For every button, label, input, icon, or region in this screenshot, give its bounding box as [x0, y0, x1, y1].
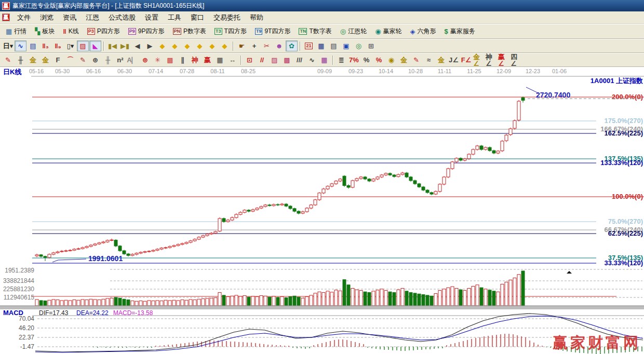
grid-area-icon[interactable]: ▨ [269, 55, 280, 65]
menu-item-设置[interactable]: 设置 [140, 11, 163, 24]
winner-wheel-button[interactable]: ◉赢家轮 [371, 25, 405, 37]
pattern-box-icon[interactable]: ▨ [77, 40, 89, 51]
calendar-icon[interactable]: 21 [303, 40, 315, 51]
wave9-icon[interactable]: ‖₉ [52, 40, 64, 51]
steps-icon[interactable]: ≣ [336, 55, 347, 65]
go-first-icon[interactable]: ▮◀ [106, 40, 118, 51]
kline-button[interactable]: ‖K线 [59, 25, 82, 37]
wave3-icon[interactable]: ‖₃ [39, 40, 51, 51]
gold-underline-icon[interactable]: 金 [398, 55, 410, 65]
p-square-button[interactable]: P3P四方形 [84, 25, 124, 37]
menu-item-江恩[interactable]: 江恩 [81, 11, 104, 24]
gold-line-icon[interactable]: 金 [435, 55, 447, 65]
hand-icon[interactable]: ☛ [236, 40, 248, 51]
grid-area2-icon[interactable]: ▩ [281, 55, 293, 65]
compass-icon[interactable]: ⊕ [139, 55, 151, 65]
fib-lines-icon[interactable]: F [52, 55, 64, 65]
diamond-zoomin-icon[interactable]: ◆ [206, 40, 218, 51]
calculator-icon[interactable]: ▦ [315, 40, 327, 51]
j-angle-icon[interactable]: J∠ [448, 55, 460, 65]
zigzag-chart-icon[interactable]: ∿ [15, 40, 26, 51]
diamond-expand-icon[interactable]: ◆ [181, 40, 193, 51]
t-square-button[interactable]: T3T四方形 [211, 25, 250, 37]
f-angle-icon[interactable]: F∠ [460, 55, 472, 65]
globe-icon[interactable]: ◎ [353, 40, 365, 51]
hexagon-button[interactable]: ◈六角形 [406, 25, 439, 37]
diamond-zoomout-icon[interactable]: ◆ [219, 40, 231, 51]
scissors-icon[interactable]: ✂ [261, 40, 273, 51]
quotes-button[interactable]: ▦行情 [2, 25, 30, 37]
menu-item-浏览[interactable]: 浏览 [35, 11, 58, 24]
drawing-toolbar: ✎╫金金F⌒✎⊕╫n²A⎸⊕✳▩∥神赢▦↔⊡//▨▩///∿▦≣7%%%◉金✎≈… [0, 53, 644, 67]
9t-square-button[interactable]: T99T四方形 [251, 25, 294, 37]
candle-body [488, 147, 491, 151]
diamond-left-icon[interactable]: ◆ [156, 40, 168, 51]
winner-service-button[interactable]: $赢家服务 [440, 25, 478, 37]
percent-icon[interactable]: % [360, 55, 372, 65]
ying-grid-icon[interactable]: 赢 [202, 55, 213, 65]
brain-tool-icon[interactable]: ✿ [286, 40, 298, 51]
candle-style-dropdown-icon[interactable]: ▯▾ [64, 40, 76, 51]
menu-item-窗口[interactable]: 窗口 [186, 11, 209, 24]
kline-chart-canvas[interactable]: 05-1605-3006-1606-3007-1407-2808-1108-25… [0, 67, 644, 354]
period-dropdown-icon[interactable]: 日▾ [2, 40, 14, 51]
9p-square-button[interactable]: P99P四方形 [125, 25, 168, 37]
web-grid-icon[interactable]: ▩ [164, 55, 176, 65]
percent-strike-icon[interactable]: 7% [348, 55, 360, 65]
grid-lines-icon[interactable]: ╫ [102, 55, 114, 65]
shen-angle-icon[interactable]: 神∠ [485, 55, 497, 65]
spiderweb-icon[interactable]: ✳ [152, 55, 164, 65]
n2-icon[interactable]: n² [114, 55, 126, 65]
diamond-right-icon[interactable]: ◆ [169, 40, 181, 51]
si-angle-icon[interactable]: 四∠ [510, 55, 522, 65]
fan-rays-icon[interactable]: // [256, 55, 268, 65]
gann-lines-icon[interactable]: ╫ [15, 55, 26, 65]
t-table-button[interactable]: TNT数字表 [295, 25, 335, 37]
note-panel-icon[interactable]: ▤ [27, 40, 39, 51]
shen-grid-icon[interactable]: 神 [189, 55, 201, 65]
gold-ratio-icon[interactable]: 金 [27, 55, 39, 65]
diamond-shrink-icon[interactable]: ◆ [194, 40, 206, 51]
menu-item-公式选股[interactable]: 公式选股 [104, 11, 140, 24]
next-bar-icon[interactable]: ▶ [144, 40, 156, 51]
draw-brush-icon[interactable]: ✎ [2, 55, 14, 65]
gap-marker-icon[interactable]: ∥ [177, 55, 189, 65]
gold-angle-icon[interactable]: 金∠ [473, 55, 485, 65]
menu-item-资讯[interactable]: 资讯 [58, 11, 81, 24]
prev-bar-icon[interactable]: ◀ [131, 40, 143, 51]
ying-angle-icon[interactable]: 赢∠ [498, 55, 509, 65]
gold-ratio2-icon[interactable]: 金 [39, 55, 51, 65]
volume-bar [459, 290, 462, 306]
rect-select-icon[interactable]: ⊡ [244, 55, 256, 65]
trend-lines-icon[interactable]: /// [293, 55, 305, 65]
candle-body [106, 240, 109, 242]
arc-tool-icon[interactable]: ⌒ [64, 55, 76, 65]
menu-item-工具[interactable]: 工具 [163, 11, 186, 24]
volume-bar [318, 292, 321, 306]
notepad-icon[interactable]: ▤ [328, 40, 340, 51]
save-icon[interactable]: ▣ [340, 40, 352, 51]
menu-item-交易委托[interactable]: 交易委托 [209, 11, 245, 24]
mirror-icon[interactable]: A⎸ [127, 55, 139, 65]
wave-tool-icon[interactable]: ∿ [306, 55, 318, 65]
ink-brush-icon[interactable]: ✎ [410, 55, 422, 65]
crosshair-icon[interactable]: + [248, 40, 260, 51]
color-chart-icon[interactable]: ◣ [89, 40, 101, 51]
printer-icon[interactable]: ⊞ [365, 40, 377, 51]
p-table-button[interactable]: PNP数字表 [169, 25, 210, 37]
sectors-button[interactable]: ▚板块 [31, 25, 58, 37]
pencil-tool-icon[interactable]: ✎ [77, 55, 89, 65]
width-arrow-icon[interactable]: ↔ [226, 55, 238, 65]
percent-red-icon[interactable]: % [373, 55, 385, 65]
gold-circle-icon[interactable]: ◉ [385, 55, 397, 65]
gann-wheel-button[interactable]: ◎江恩轮 [337, 25, 370, 37]
face-tool-icon[interactable]: ☻ [273, 40, 285, 51]
gold-ratio-icon: 金 [30, 57, 36, 63]
go-last-icon[interactable]: ▶▮ [119, 40, 131, 51]
purple-grid-icon[interactable]: ▦ [318, 55, 330, 65]
menu-item-帮助[interactable]: 帮助 [245, 11, 268, 24]
cycle-circle-icon[interactable]: ⊕ [89, 55, 101, 65]
number-grid-icon[interactable]: ▦ [214, 55, 226, 65]
double-wave-icon[interactable]: ≈ [423, 55, 435, 65]
menu-item-文件[interactable]: 文件 [12, 11, 35, 24]
